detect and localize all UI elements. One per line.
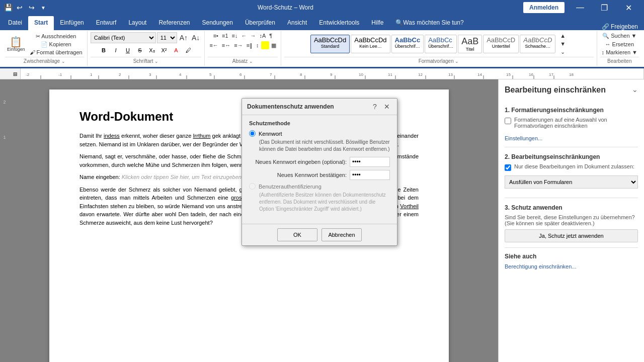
font-color-button[interactable]: A [171,45,182,55]
close-button[interactable]: ✕ [617,0,640,15]
underline-button[interactable]: U [122,45,133,55]
superscript-button[interactable]: X² [158,45,170,55]
undo-button[interactable]: ↩ [15,3,25,13]
style-standard[interactable]: AaBbCcDd Standard [310,35,350,53]
paste-button[interactable]: 📋 Einfügen [5,36,27,53]
highlight-button[interactable]: 🖊 [183,45,194,55]
dialog-cancel-button[interactable]: Abbrechen [321,228,362,241]
new-password-input[interactable] [350,157,390,167]
new-password-label: Neues Kennwort eingeben (optional): [249,159,347,165]
tab-start[interactable]: Start [28,16,54,30]
style-kein-leerzeichen[interactable]: AaBbCcDd Kein Lee… [351,35,390,53]
dialog-help-button[interactable]: ? [370,102,380,112]
tab-hilfe[interactable]: Hilfe [365,16,389,30]
minimize-button[interactable]: — [569,0,592,15]
show-marks-button[interactable]: ¶ [268,32,274,39]
tab-referenzen[interactable]: Referenzen [152,16,196,30]
save-icon[interactable]: 💾 [4,4,13,12]
decrease-font-button[interactable]: A↓ [190,32,201,43]
bold-button[interactable]: B [98,45,109,55]
ribbon-group-formatvorlagen: AaBbCcDd Standard AaBbCcDd Kein Lee… AaB… [281,31,597,66]
tab-search[interactable]: 🔍 Was möchten Sie tun? [389,16,469,30]
ribbon-group-zwischenablage: 📋 Einfügen ✂ Ausschneiden 📄 Kopieren 🖌 F… [2,31,88,66]
section-divider-1 [505,147,638,147]
multilevel-button[interactable]: ≡↓ [230,32,239,39]
increase-font-button[interactable]: A↑ [178,32,189,43]
subscript-button[interactable]: X₂ [146,45,157,55]
align-center-button[interactable]: ≡↔ [220,41,232,49]
bullets-button[interactable]: ≡• [212,32,220,39]
redo-button[interactable]: ↪ [27,3,37,13]
tab-entwicklertools[interactable]: Entwicklertools [313,16,365,30]
section3-title: 3. Schutz anwenden [505,204,638,211]
indent-decrease-button[interactable]: ← [239,32,248,39]
customize-qa-button[interactable]: ▼ [39,4,48,12]
section2-checkbox[interactable] [505,164,511,171]
search-button[interactable]: 🔍 Suchen ▼ [601,32,638,40]
ribbon-group-bearbeiten: 🔍 Suchen ▼ ↔ Ersetzen ↕ Markieren ▼ Bear… [597,31,642,66]
ruler-inner: -2 -1 1 2 3 4 5 6 7 8 9 [20,68,644,79]
section2-dropdown[interactable]: Ausfüllen von Formularen Keine Änderunge… [505,175,638,189]
svg-text:8: 8 [300,72,302,77]
tab-sendungen[interactable]: Sendungen [196,16,239,30]
borders-button[interactable]: ▦ [270,41,278,49]
dialog-close-button[interactable]: ✕ [382,102,392,112]
section1-settings-link[interactable]: Einstellungen... [505,135,542,141]
italic-button[interactable]: I [110,45,121,55]
style-untertitel[interactable]: AaBbCcD Untertitel [483,35,519,53]
style-ueberschrift1[interactable]: AaBbCc Überschrif… [391,35,424,53]
ruler-toggle[interactable]: ▤ [10,71,20,76]
svg-text:-1: -1 [58,72,62,77]
tab-layout[interactable]: Layout [122,16,152,30]
svg-text:6: 6 [239,72,242,77]
font-family-select[interactable]: Calibri (Text) [91,32,156,43]
style-titel[interactable]: AaB Titel [458,35,482,53]
apply-protection-button[interactable]: Ja, Schutz jetzt anwenden [505,229,638,242]
dialog-ok-button[interactable]: OK [277,228,317,241]
section2-checkbox-label: Nur diese Bearbeitungen im Dokument zula… [514,163,634,169]
styles-up-button[interactable]: ▲ [558,32,567,39]
format-paint-button[interactable]: 🖌 Format übertragen [28,49,84,56]
styles-more-button[interactable]: ⌄ [558,48,567,56]
shading-button[interactable] [261,41,269,49]
align-left-button[interactable]: ≡← [208,41,219,49]
window-title: Word-Schutz – Word [48,4,523,11]
berechtigung-link[interactable]: Berechtigung einschränken... [505,263,576,269]
tab-datei[interactable]: Datei [2,16,28,30]
line-spacing-button[interactable]: ↕ [255,41,261,49]
replace-button[interactable]: ↔ Ersetzen [604,41,635,48]
maximize-button[interactable]: ❐ [593,0,616,15]
styles-down-button[interactable]: ▼ [558,40,567,47]
indent-increase-button[interactable]: → [249,32,257,39]
right-panel-expand-button[interactable]: ⌄ [632,85,638,94]
align-right-button[interactable]: ≡→ [232,41,244,49]
cut-button[interactable]: ✂ Ausschneiden [28,33,84,40]
ruler: ▤ -2 -1 1 2 3 4 5 6 7 [0,68,644,79]
style-ueberschrift2[interactable]: AaBbCc Überschrif… [425,35,457,53]
font-row2: B I U S X₂ X² A 🖊 [98,45,194,55]
section-divider-3 [505,247,638,248]
tab-ansicht[interactable]: Ansicht [281,16,313,30]
section1-checkbox[interactable] [505,118,511,124]
style-schwache-betonung[interactable]: AaBbCcD Schwache… [520,35,555,53]
numbering-button[interactable]: ≡1 [220,32,230,39]
sort-button[interactable]: ↕A [258,32,267,39]
benutzer-radio[interactable] [249,183,256,190]
justify-button[interactable]: ≡‖ [245,41,254,49]
tab-entwurf[interactable]: Entwurf [90,16,123,30]
confirm-password-input[interactable] [350,170,390,180]
tab-einfuegen[interactable]: Einfügen [54,16,90,30]
svg-text:18: 18 [569,72,574,77]
name-field[interactable]: Klicken oder tippen Sie hier, um Text ei… [122,174,243,180]
section-divider-2 [505,198,638,198]
font-size-select[interactable]: 11 [157,32,177,43]
strikethrough-button[interactable]: S [134,45,145,55]
absatz-content: ≡• ≡1 ≡↓ ← → ↕A ¶ ≡← ≡↔ ≡→ ≡‖ ↕ ▦ [208,32,277,56]
kennwort-radio[interactable] [249,130,256,137]
freigeben-button[interactable]: 🔗 Freigeben [602,23,638,30]
anmelden-button[interactable]: Anmelden [523,2,565,13]
select-button[interactable]: ↕ Markieren ▼ [600,49,639,56]
tab-ueberprufen[interactable]: Überprüfen [239,16,281,30]
section1-checkbox-row: Formatierungen auf eine Auswahl von Form… [505,117,638,132]
copy-button[interactable]: 📄 Kopieren [28,41,84,48]
